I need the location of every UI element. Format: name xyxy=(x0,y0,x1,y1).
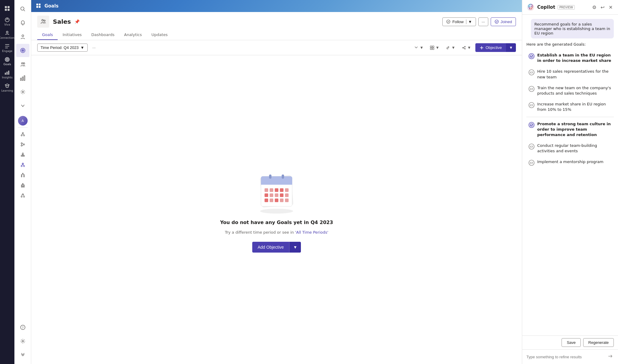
sidebar-tree-icon-5[interactable] xyxy=(16,170,29,180)
nav-engage-item[interactable]: Engage xyxy=(1,42,13,54)
copilot-response-header: Here are the generated Goals: xyxy=(526,42,614,47)
goal-item-7[interactable]: KR Implement a mentorship program xyxy=(526,157,614,168)
toolbar-expand-button[interactable]: ▼ xyxy=(412,44,426,51)
toolbar-view-button[interactable]: ▼ xyxy=(428,44,442,51)
goal-item-5[interactable]: Promote a strong team culture in order t… xyxy=(526,119,614,140)
goals-divider xyxy=(526,117,614,117)
svg-rect-115 xyxy=(275,199,278,202)
follow-button[interactable]: Follow ▼ xyxy=(442,17,476,26)
svg-rect-22 xyxy=(22,77,23,80)
tabs: Goals Initiatives Dashboards Analytics U… xyxy=(37,30,516,40)
sidebar-engage-icon[interactable] xyxy=(16,30,29,43)
joined-button[interactable]: Joined xyxy=(491,17,516,26)
svg-point-24 xyxy=(22,91,23,93)
svg-rect-2 xyxy=(5,9,7,11)
all-time-periods-link[interactable]: 'All Time Periods' xyxy=(295,230,329,235)
sidebar-settings-icon[interactable] xyxy=(16,85,29,99)
sidebar-help-icon[interactable]: ? xyxy=(16,321,29,334)
svg-rect-110 xyxy=(275,193,278,197)
svg-point-119 xyxy=(529,6,530,7)
svg-rect-1 xyxy=(8,6,10,8)
sidebar-chevron-down-icon[interactable] xyxy=(16,99,29,112)
sidebar-tree-icon-4[interactable] xyxy=(16,160,29,170)
goal-item-1[interactable]: Establish a team in the EU region in ord… xyxy=(526,50,614,66)
sidebar-tree-icon-7[interactable] xyxy=(16,191,29,200)
add-objective-button[interactable]: Objective ▼ xyxy=(475,43,516,52)
copilot-back-button[interactable]: ↩ xyxy=(599,3,606,11)
svg-rect-117 xyxy=(285,199,289,202)
copilot-regenerate-button[interactable]: Regenerate xyxy=(583,338,614,347)
nav-goals-item[interactable]: Goals xyxy=(1,55,13,67)
svg-point-62 xyxy=(23,187,24,187)
more-actions-button[interactable]: ··· xyxy=(478,17,488,26)
copilot-title-area: Copilot PREVIEW xyxy=(526,3,575,11)
far-left-navigation: Viva Connections Engage Goals Insights L… xyxy=(0,0,14,364)
nav-engage-label: Engage xyxy=(2,50,12,53)
copilot-settings-button[interactable]: ⚙ xyxy=(591,3,598,11)
svg-rect-80 xyxy=(39,6,41,8)
svg-line-47 xyxy=(23,164,24,165)
copilot-refine-input[interactable] xyxy=(526,355,604,359)
svg-line-29 xyxy=(23,134,24,135)
nav-connections-item[interactable]: Connections xyxy=(1,29,13,41)
add-objective-label: Objective xyxy=(486,45,502,50)
svg-point-25 xyxy=(22,132,23,134)
sidebar-goals-icon[interactable] xyxy=(16,44,29,57)
svg-point-91 xyxy=(465,48,465,49)
toolbar-link-button[interactable]: ▼ xyxy=(444,44,458,51)
add-objective-main[interactable]: Objective xyxy=(475,43,506,52)
copilot-close-button[interactable]: ✕ xyxy=(607,3,614,11)
follow-chevron[interactable]: ▼ xyxy=(466,20,472,24)
app-title: Goals xyxy=(44,3,59,9)
nav-viva-item[interactable]: Viva xyxy=(1,16,13,28)
tab-initiatives[interactable]: Initiatives xyxy=(58,30,86,40)
add-objective-empty-chevron[interactable]: ▼ xyxy=(289,242,301,253)
nav-grid-icon[interactable] xyxy=(1,2,13,14)
svg-rect-116 xyxy=(280,199,283,202)
svg-point-71 xyxy=(23,196,25,197)
banner-grid-icon[interactable] xyxy=(36,3,41,9)
svg-text:KR: KR xyxy=(530,71,533,74)
sidebar-settings-bottom-icon[interactable] xyxy=(16,335,29,348)
goal-item-3[interactable]: KR Train the new team on the company's p… xyxy=(526,83,614,99)
svg-text:KR: KR xyxy=(530,145,533,148)
tab-updates[interactable]: Updates xyxy=(147,30,172,40)
sidebar-divider xyxy=(18,127,28,128)
nav-viva-label: Viva xyxy=(4,23,10,26)
sidebar-people-icon[interactable] xyxy=(16,58,29,71)
sidebar-insights-icon[interactable] xyxy=(16,71,29,85)
goal-item-2[interactable]: KR Hire 10 sales representatives for the… xyxy=(526,66,614,82)
add-objective-empty-main[interactable]: Add Objective xyxy=(252,242,289,253)
sidebar-search-icon[interactable] xyxy=(16,2,29,16)
svg-rect-108 xyxy=(265,193,268,197)
nav-learning-label: Learning xyxy=(1,89,13,92)
nav-insights-item[interactable]: Insights xyxy=(1,68,13,80)
tab-analytics[interactable]: Analytics xyxy=(119,30,147,40)
tab-dashboards[interactable]: Dashboards xyxy=(86,30,119,40)
sidebar-tree-icon-3[interactable] xyxy=(16,150,29,159)
svg-point-76 xyxy=(22,341,23,342)
sidebar-notification-icon[interactable] xyxy=(16,16,29,29)
tab-goals[interactable]: Goals xyxy=(37,30,58,40)
sidebar-avatar[interactable]: A xyxy=(18,116,28,126)
copilot-save-button[interactable]: Save xyxy=(562,338,581,347)
toolbar-more-button[interactable]: ··· xyxy=(90,44,98,51)
svg-rect-106 xyxy=(280,188,283,192)
sidebar-tree-icon-6[interactable] xyxy=(16,180,29,190)
sidebar-tree-icon-2[interactable] xyxy=(16,140,29,149)
toolbar-share-button[interactable]: ▼ xyxy=(459,44,474,51)
goal-item-4[interactable]: KR Increase market share in EU region fr… xyxy=(526,99,614,115)
goal-text-6: Conduct regular team-building activities… xyxy=(537,143,612,154)
add-objective-chevron[interactable]: ▼ xyxy=(506,43,516,52)
time-period-button[interactable]: Time Period: Q4 2023 ▼ xyxy=(37,44,88,52)
add-objective-empty-button[interactable]: Add Objective ▼ xyxy=(252,242,301,253)
nav-learning-item[interactable]: Learning xyxy=(1,82,13,94)
header-left: Sales 📌 xyxy=(37,16,80,28)
goal-item-6[interactable]: KR Conduct regular team-building activit… xyxy=(526,141,614,156)
svg-rect-0 xyxy=(5,6,7,8)
svg-point-118 xyxy=(527,4,534,11)
svg-rect-103 xyxy=(265,188,268,192)
copilot-send-button[interactable] xyxy=(607,353,614,361)
sidebar-tree-icon-1[interactable] xyxy=(16,129,29,139)
sidebar-expand-icon[interactable] xyxy=(16,348,29,362)
